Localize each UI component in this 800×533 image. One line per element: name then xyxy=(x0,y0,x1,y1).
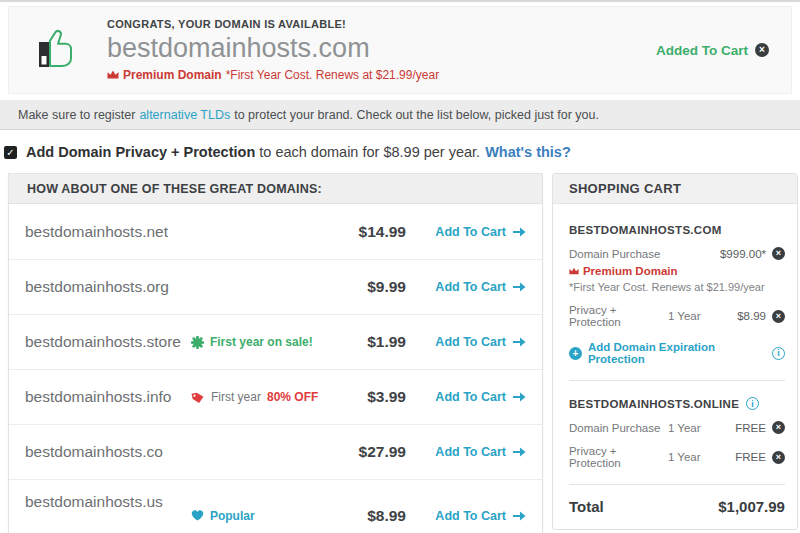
privacy-checkbox[interactable]: ✓ xyxy=(4,146,17,159)
privacy-rest-text: to each domain for $8.99 per year. xyxy=(259,144,480,160)
searched-domain-name: bestdomainhosts.com xyxy=(107,33,656,64)
sale-badge: First year on sale! xyxy=(181,335,331,349)
premium-domain-badge: Premium Domain xyxy=(123,68,222,82)
suggestion-row-co: bestdomainhosts.co $27.99 Add To Cart xyxy=(9,424,542,479)
popular-badge: Popular xyxy=(181,509,331,523)
seal-burst-icon xyxy=(191,336,204,349)
add-to-cart-link[interactable]: Add To Cart xyxy=(406,509,526,523)
alternative-tlds-notice: Make sure to register alternative TLDs t… xyxy=(0,100,800,130)
cart-line-privacy-protection: Privacy + Protection 1 Year FREE × xyxy=(569,445,785,469)
domain-price: $3.99 xyxy=(331,388,406,406)
price-tag-icon xyxy=(191,391,205,404)
domain-suggestions-panel: HOW ABOUT ONE OF THESE GREAT DOMAINS: be… xyxy=(8,173,543,533)
alternative-tlds-link[interactable]: alternative TLDs xyxy=(139,108,230,122)
premium-note: *First Year Cost. Renews at $21.99/year xyxy=(226,68,439,82)
arrow-right-icon xyxy=(513,282,526,292)
remove-item-icon[interactable]: × xyxy=(772,310,785,323)
whats-this-link[interactable]: What's this? xyxy=(485,144,571,160)
privacy-bold-text: Add Domain Privacy + Protection xyxy=(26,144,255,160)
domain-available-banner: CONGRATS, YOUR DOMAIN IS AVAILABLE! best… xyxy=(8,6,792,94)
suggested-domain: bestdomainhosts.store xyxy=(25,333,181,351)
domain-price: $9.99 xyxy=(331,278,406,296)
remove-item-icon[interactable]: × xyxy=(772,421,785,434)
notice-text-post: to protect your brand. Check out the lis… xyxy=(234,108,599,122)
thumbs-up-icon xyxy=(33,25,81,75)
domain-results-page: CONGRATS, YOUR DOMAIN IS AVAILABLE! best… xyxy=(0,0,800,533)
remove-item-icon[interactable]: × xyxy=(772,247,785,260)
suggestion-row-org: bestdomainhosts.org $9.99 Add To Cart xyxy=(9,259,542,314)
domain-price: $14.99 xyxy=(331,223,406,241)
suggestion-row-us: bestdomainhosts.us Popular $8.99 Add To … xyxy=(9,479,542,533)
notice-text-pre: Make sure to register xyxy=(18,108,135,122)
add-to-cart-link[interactable]: Add To Cart xyxy=(406,225,526,239)
add-to-cart-link[interactable]: Add To Cart xyxy=(406,335,526,349)
domain-price: $1.99 xyxy=(331,333,406,351)
suggested-domain: bestdomainhosts.us xyxy=(25,493,181,511)
suggested-domain: bestdomainhosts.co xyxy=(25,443,181,461)
arrow-right-icon xyxy=(513,227,526,237)
privacy-protection-row: ✓ Add Domain Privacy + Protection to eac… xyxy=(0,130,800,173)
arrow-right-icon xyxy=(513,447,526,457)
info-icon[interactable]: i xyxy=(746,397,759,410)
add-to-cart-link[interactable]: Add To Cart xyxy=(406,280,526,294)
cart-item-domain-com: BESTDOMAINHOSTS.COM xyxy=(569,224,785,236)
suggestion-row-info: bestdomainhosts.info First year 80% OFF … xyxy=(9,369,542,424)
heart-icon xyxy=(191,510,204,521)
arrow-right-icon xyxy=(513,511,526,521)
cart-total-row: Total $1,007.99 xyxy=(569,485,785,517)
cart-item-domain-online: BESTDOMAINHOSTS.ONLINE i xyxy=(569,397,785,410)
suggestion-row-store: bestdomainhosts.store First year on sale… xyxy=(9,314,542,369)
suggested-domain: bestdomainhosts.info xyxy=(25,388,181,406)
cart-line-privacy-protection: Privacy + Protection 1 Year $8.99 × xyxy=(569,304,785,328)
info-icon[interactable]: i xyxy=(772,347,785,360)
arrow-right-icon xyxy=(513,392,526,402)
cart-line-domain-purchase: Domain Purchase 1 Year FREE × xyxy=(569,421,785,434)
add-to-cart-link[interactable]: Add To Cart xyxy=(406,390,526,404)
arrow-right-icon xyxy=(513,337,526,347)
shopping-cart-panel: SHOPPING CART BESTDOMAINHOSTS.COM Domain… xyxy=(552,173,798,530)
crown-icon xyxy=(107,68,119,82)
suggestions-title: HOW ABOUT ONE OF THESE GREAT DOMAINS: xyxy=(9,174,542,204)
add-to-cart-link[interactable]: Add To Cart xyxy=(406,445,526,459)
remove-item-icon[interactable]: × xyxy=(772,451,785,464)
suggestion-row-net: bestdomainhosts.net $14.99 Add To Cart xyxy=(9,204,542,259)
premium-note: *First Year Cost. Renews at $21.99/year xyxy=(569,281,785,293)
remove-from-cart-icon[interactable]: × xyxy=(755,43,769,57)
cart-line-domain-purchase: Domain Purchase $999.00* × xyxy=(569,247,785,260)
domain-price: $8.99 xyxy=(331,507,406,525)
add-expiration-protection-link[interactable]: + Add Domain Expiration Protection i xyxy=(569,341,785,365)
added-to-cart-link[interactable]: Added To Cart xyxy=(656,43,748,58)
congrats-heading: CONGRATS, YOUR DOMAIN IS AVAILABLE! xyxy=(107,18,656,30)
crown-icon xyxy=(569,265,579,277)
cart-title: SHOPPING CART xyxy=(553,174,797,204)
total-label: Total xyxy=(569,498,718,515)
domain-price: $27.99 xyxy=(331,443,406,461)
discount-badge: First year 80% OFF xyxy=(181,390,331,404)
plus-icon: + xyxy=(569,347,582,360)
premium-domain-badge: Premium Domain xyxy=(583,265,678,277)
suggested-domain: bestdomainhosts.org xyxy=(25,278,181,296)
total-value: $1,007.99 xyxy=(718,498,785,515)
cart-divider xyxy=(569,380,785,381)
suggested-domain: bestdomainhosts.net xyxy=(25,223,181,241)
